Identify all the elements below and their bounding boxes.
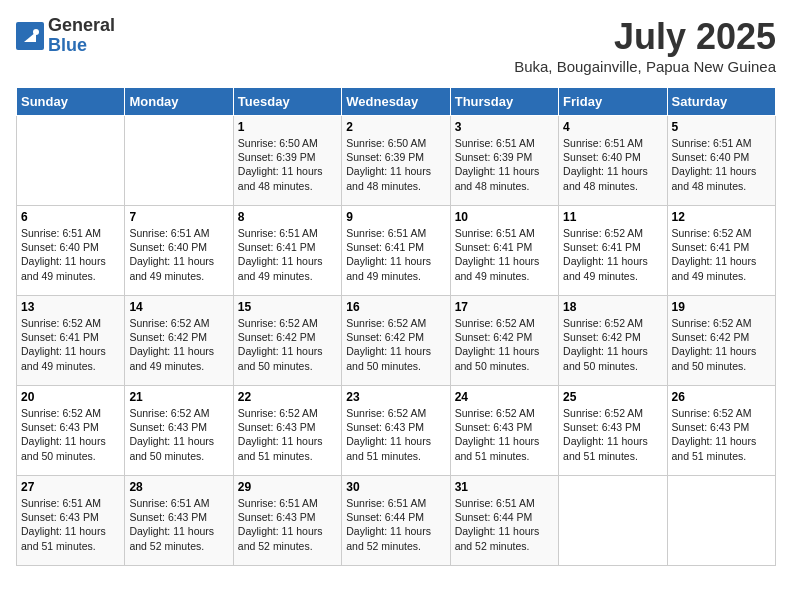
calendar-day-cell: 19Sunrise: 6:52 AM Sunset: 6:42 PM Dayli…: [667, 296, 775, 386]
day-info: Sunrise: 6:51 AM Sunset: 6:43 PM Dayligh…: [129, 496, 228, 553]
calendar-day-cell: 1Sunrise: 6:50 AM Sunset: 6:39 PM Daylig…: [233, 116, 341, 206]
calendar-day-cell: 14Sunrise: 6:52 AM Sunset: 6:42 PM Dayli…: [125, 296, 233, 386]
day-info: Sunrise: 6:52 AM Sunset: 6:43 PM Dayligh…: [129, 406, 228, 463]
logo: General Blue: [16, 16, 115, 56]
day-info: Sunrise: 6:51 AM Sunset: 6:40 PM Dayligh…: [129, 226, 228, 283]
logo-blue: Blue: [48, 36, 115, 56]
day-number: 30: [346, 480, 445, 494]
weekday-header-cell: Wednesday: [342, 88, 450, 116]
calendar-day-cell: 9Sunrise: 6:51 AM Sunset: 6:41 PM Daylig…: [342, 206, 450, 296]
day-number: 16: [346, 300, 445, 314]
calendar-day-cell: 26Sunrise: 6:52 AM Sunset: 6:43 PM Dayli…: [667, 386, 775, 476]
day-info: Sunrise: 6:51 AM Sunset: 6:39 PM Dayligh…: [455, 136, 554, 193]
day-info: Sunrise: 6:52 AM Sunset: 6:42 PM Dayligh…: [346, 316, 445, 373]
month-title: July 2025: [514, 16, 776, 58]
day-info: Sunrise: 6:52 AM Sunset: 6:43 PM Dayligh…: [21, 406, 120, 463]
calendar-day-cell: 23Sunrise: 6:52 AM Sunset: 6:43 PM Dayli…: [342, 386, 450, 476]
calendar-day-cell: 16Sunrise: 6:52 AM Sunset: 6:42 PM Dayli…: [342, 296, 450, 386]
day-info: Sunrise: 6:52 AM Sunset: 6:43 PM Dayligh…: [672, 406, 771, 463]
page-header: General Blue July 2025 Buka, Bougainvill…: [16, 16, 776, 75]
day-info: Sunrise: 6:52 AM Sunset: 6:43 PM Dayligh…: [238, 406, 337, 463]
day-number: 4: [563, 120, 662, 134]
calendar-week-row: 13Sunrise: 6:52 AM Sunset: 6:41 PM Dayli…: [17, 296, 776, 386]
calendar-day-cell: 7Sunrise: 6:51 AM Sunset: 6:40 PM Daylig…: [125, 206, 233, 296]
calendar-table: SundayMondayTuesdayWednesdayThursdayFrid…: [16, 87, 776, 566]
day-info: Sunrise: 6:51 AM Sunset: 6:44 PM Dayligh…: [455, 496, 554, 553]
day-number: 15: [238, 300, 337, 314]
day-info: Sunrise: 6:52 AM Sunset: 6:42 PM Dayligh…: [238, 316, 337, 373]
day-info: Sunrise: 6:52 AM Sunset: 6:42 PM Dayligh…: [129, 316, 228, 373]
day-info: Sunrise: 6:51 AM Sunset: 6:43 PM Dayligh…: [21, 496, 120, 553]
calendar-day-cell: 10Sunrise: 6:51 AM Sunset: 6:41 PM Dayli…: [450, 206, 558, 296]
day-info: Sunrise: 6:51 AM Sunset: 6:40 PM Dayligh…: [672, 136, 771, 193]
calendar-day-cell: 31Sunrise: 6:51 AM Sunset: 6:44 PM Dayli…: [450, 476, 558, 566]
calendar-day-cell: 11Sunrise: 6:52 AM Sunset: 6:41 PM Dayli…: [559, 206, 667, 296]
day-info: Sunrise: 6:51 AM Sunset: 6:41 PM Dayligh…: [346, 226, 445, 283]
day-info: Sunrise: 6:51 AM Sunset: 6:41 PM Dayligh…: [455, 226, 554, 283]
logo-general: General: [48, 16, 115, 36]
day-info: Sunrise: 6:51 AM Sunset: 6:43 PM Dayligh…: [238, 496, 337, 553]
day-number: 11: [563, 210, 662, 224]
day-number: 22: [238, 390, 337, 404]
weekday-header-row: SundayMondayTuesdayWednesdayThursdayFrid…: [17, 88, 776, 116]
day-number: 18: [563, 300, 662, 314]
calendar-day-cell: 15Sunrise: 6:52 AM Sunset: 6:42 PM Dayli…: [233, 296, 341, 386]
day-number: 5: [672, 120, 771, 134]
calendar-day-cell: 27Sunrise: 6:51 AM Sunset: 6:43 PM Dayli…: [17, 476, 125, 566]
day-info: Sunrise: 6:52 AM Sunset: 6:43 PM Dayligh…: [455, 406, 554, 463]
day-number: 28: [129, 480, 228, 494]
weekday-header-cell: Monday: [125, 88, 233, 116]
calendar-day-cell: 5Sunrise: 6:51 AM Sunset: 6:40 PM Daylig…: [667, 116, 775, 206]
calendar-day-cell: 4Sunrise: 6:51 AM Sunset: 6:40 PM Daylig…: [559, 116, 667, 206]
day-info: Sunrise: 6:52 AM Sunset: 6:41 PM Dayligh…: [21, 316, 120, 373]
day-number: 14: [129, 300, 228, 314]
logo-text: General Blue: [48, 16, 115, 56]
weekday-header-cell: Friday: [559, 88, 667, 116]
weekday-header-cell: Sunday: [17, 88, 125, 116]
weekday-header-cell: Saturday: [667, 88, 775, 116]
calendar-day-cell: 30Sunrise: 6:51 AM Sunset: 6:44 PM Dayli…: [342, 476, 450, 566]
day-info: Sunrise: 6:50 AM Sunset: 6:39 PM Dayligh…: [238, 136, 337, 193]
day-info: Sunrise: 6:52 AM Sunset: 6:42 PM Dayligh…: [455, 316, 554, 373]
calendar-day-cell: 17Sunrise: 6:52 AM Sunset: 6:42 PM Dayli…: [450, 296, 558, 386]
day-number: 29: [238, 480, 337, 494]
day-info: Sunrise: 6:50 AM Sunset: 6:39 PM Dayligh…: [346, 136, 445, 193]
day-number: 21: [129, 390, 228, 404]
calendar-day-cell: [125, 116, 233, 206]
day-number: 19: [672, 300, 771, 314]
calendar-day-cell: [559, 476, 667, 566]
day-number: 8: [238, 210, 337, 224]
calendar-body: 1Sunrise: 6:50 AM Sunset: 6:39 PM Daylig…: [17, 116, 776, 566]
weekday-header-cell: Tuesday: [233, 88, 341, 116]
weekday-header-cell: Thursday: [450, 88, 558, 116]
day-number: 25: [563, 390, 662, 404]
calendar-day-cell: 8Sunrise: 6:51 AM Sunset: 6:41 PM Daylig…: [233, 206, 341, 296]
day-number: 17: [455, 300, 554, 314]
day-number: 1: [238, 120, 337, 134]
day-info: Sunrise: 6:51 AM Sunset: 6:44 PM Dayligh…: [346, 496, 445, 553]
day-number: 23: [346, 390, 445, 404]
calendar-day-cell: 12Sunrise: 6:52 AM Sunset: 6:41 PM Dayli…: [667, 206, 775, 296]
day-info: Sunrise: 6:52 AM Sunset: 6:43 PM Dayligh…: [563, 406, 662, 463]
day-info: Sunrise: 6:52 AM Sunset: 6:41 PM Dayligh…: [672, 226, 771, 283]
calendar-day-cell: 25Sunrise: 6:52 AM Sunset: 6:43 PM Dayli…: [559, 386, 667, 476]
svg-rect-0: [16, 22, 44, 50]
calendar-week-row: 1Sunrise: 6:50 AM Sunset: 6:39 PM Daylig…: [17, 116, 776, 206]
logo-icon: [16, 22, 44, 50]
day-info: Sunrise: 6:52 AM Sunset: 6:42 PM Dayligh…: [672, 316, 771, 373]
calendar-week-row: 27Sunrise: 6:51 AM Sunset: 6:43 PM Dayli…: [17, 476, 776, 566]
calendar-day-cell: [667, 476, 775, 566]
day-number: 7: [129, 210, 228, 224]
day-number: 10: [455, 210, 554, 224]
calendar-day-cell: 22Sunrise: 6:52 AM Sunset: 6:43 PM Dayli…: [233, 386, 341, 476]
calendar-day-cell: 21Sunrise: 6:52 AM Sunset: 6:43 PM Dayli…: [125, 386, 233, 476]
location-title: Buka, Bougainville, Papua New Guinea: [514, 58, 776, 75]
day-info: Sunrise: 6:51 AM Sunset: 6:40 PM Dayligh…: [563, 136, 662, 193]
calendar-day-cell: 6Sunrise: 6:51 AM Sunset: 6:40 PM Daylig…: [17, 206, 125, 296]
calendar-day-cell: 29Sunrise: 6:51 AM Sunset: 6:43 PM Dayli…: [233, 476, 341, 566]
day-number: 31: [455, 480, 554, 494]
day-number: 3: [455, 120, 554, 134]
day-number: 6: [21, 210, 120, 224]
day-number: 2: [346, 120, 445, 134]
calendar-day-cell: 2Sunrise: 6:50 AM Sunset: 6:39 PM Daylig…: [342, 116, 450, 206]
